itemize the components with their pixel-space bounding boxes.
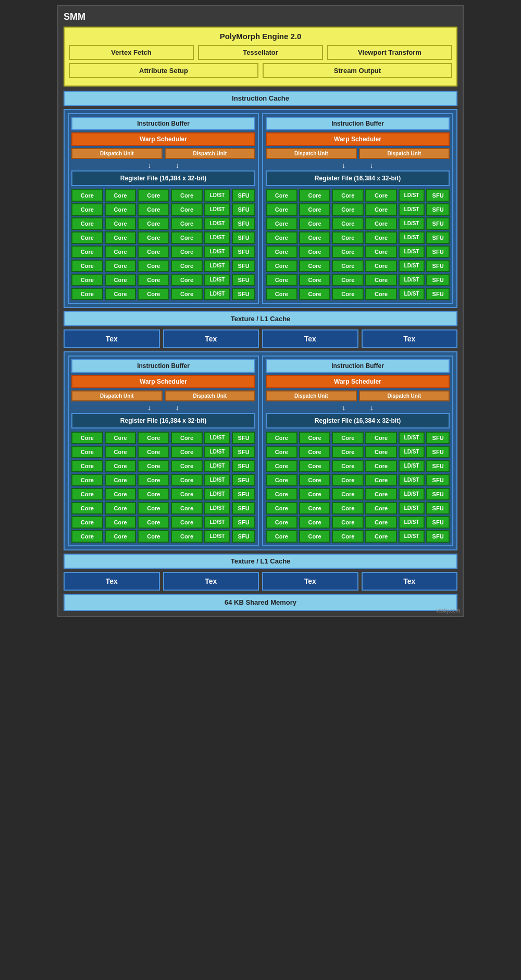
- sfu-cell: SFU: [426, 516, 450, 529]
- dispatch-row-1r: Dispatch Unit Dispatch Unit: [266, 148, 450, 159]
- core-cell: Core: [171, 516, 203, 529]
- ldst-cell: LD/ST: [204, 203, 230, 216]
- register-file-1l: Register File (16,384 x 32-bit): [71, 170, 255, 186]
- core-cell: Core: [299, 274, 331, 286]
- core-cell: Core: [299, 288, 331, 300]
- arrow-2r: ↓ ↓: [266, 403, 450, 412]
- core-cell: Core: [71, 474, 103, 486]
- core-cell: Core: [332, 516, 364, 529]
- viewport-transform-box: Viewport Transform: [327, 45, 452, 60]
- core-cell: Core: [299, 246, 331, 258]
- core-grid-2l: Core Core Core Core LD/ST SFU Core Core …: [71, 432, 255, 543]
- sfu-cell: SFU: [232, 288, 255, 300]
- core-cell: Core: [71, 516, 103, 529]
- core-cell: Core: [266, 488, 297, 500]
- core-cell: Core: [332, 217, 364, 230]
- core-cell: Core: [138, 217, 169, 230]
- core-cell: Core: [266, 231, 297, 244]
- core-cell: Core: [105, 474, 137, 486]
- core-cell: Core: [138, 189, 169, 202]
- register-file-2l: Register File (16,384 x 32-bit): [71, 413, 255, 428]
- core-cell: Core: [71, 530, 103, 543]
- dispatch-unit-2r-2: Dispatch Unit: [359, 390, 450, 401]
- core-cell: Core: [299, 217, 331, 230]
- dispatch-row-2r: Dispatch Unit Dispatch Unit: [266, 390, 450, 401]
- core-cell: Core: [266, 217, 297, 230]
- sfu-cell: SFU: [426, 460, 450, 472]
- core-row: Core Core Core Core LD/ST SFU: [266, 516, 450, 529]
- core-cell: Core: [299, 530, 331, 543]
- core-cell: Core: [266, 203, 297, 216]
- core-cell: Core: [138, 432, 169, 444]
- core-cell: Core: [171, 189, 203, 202]
- arrow-2l: ↓ ↓: [71, 403, 255, 412]
- core-cell: Core: [171, 432, 203, 444]
- register-file-2r: Register File (16,384 x 32-bit): [266, 413, 450, 428]
- sfu-cell: SFU: [232, 203, 255, 216]
- core-row: Core Core Core Core LD/ST SFU: [71, 260, 255, 272]
- core-cell: Core: [105, 460, 137, 472]
- core-cell: Core: [105, 530, 137, 543]
- core-cell: Core: [138, 446, 169, 458]
- sfu-cell: SFU: [426, 189, 450, 202]
- core-grid-1l: Core Core Core Core LD/ST SFU Core Core …: [71, 189, 255, 300]
- dispatch-unit-2r-1: Dispatch Unit: [266, 390, 357, 401]
- core-cell: Core: [138, 530, 169, 543]
- core-cell: Core: [266, 274, 297, 286]
- core-cell: Core: [71, 446, 103, 458]
- ldst-cell: LD/ST: [204, 432, 230, 444]
- core-cell: Core: [299, 203, 331, 216]
- core-row: Core Core Core Core LD/ST SFU: [71, 516, 255, 529]
- core-cell: Core: [332, 274, 364, 286]
- core-cell: Core: [71, 231, 103, 244]
- core-row: Core Core Core Core LD/ST SFU: [266, 432, 450, 444]
- sm-row-1: Instruction Buffer Warp Scheduler Dispat…: [68, 113, 453, 304]
- core-row: Core Core Core Core LD/ST SFU: [266, 502, 450, 514]
- ldst-cell: LD/ST: [204, 217, 230, 230]
- ldst-cell: LD/ST: [399, 260, 425, 272]
- core-cell: Core: [71, 502, 103, 514]
- core-row: Core Core Core Core LD/ST SFU: [71, 530, 255, 543]
- dispatch-unit-2l-2: Dispatch Unit: [165, 390, 256, 401]
- core-cell: Core: [105, 488, 137, 500]
- warp-scheduler-2l: Warp Scheduler: [71, 375, 255, 388]
- sfu-cell: SFU: [232, 460, 255, 472]
- core-cell: Core: [171, 246, 203, 258]
- instr-buffer-1r: Instruction Buffer: [266, 117, 450, 130]
- dispatch-unit-1l-1: Dispatch Unit: [71, 148, 163, 159]
- ldst-cell: LD/ST: [204, 502, 230, 514]
- core-row: Core Core Core Core LD/ST SFU: [266, 446, 450, 458]
- core-cell: Core: [71, 189, 103, 202]
- ldst-cell: LD/ST: [399, 274, 425, 286]
- core-row: Core Core Core Core LD/ST SFU: [71, 488, 255, 500]
- core-grid-2r: Core Core Core Core LD/ST SFU Core Core …: [266, 432, 450, 543]
- core-cell: Core: [332, 288, 364, 300]
- core-cell: Core: [365, 189, 397, 202]
- dispatch-unit-1l-2: Dispatch Unit: [165, 148, 256, 159]
- core-cell: Core: [105, 217, 137, 230]
- core-cell: Core: [365, 274, 397, 286]
- sfu-cell: SFU: [232, 217, 255, 230]
- core-cell: Core: [365, 502, 397, 514]
- core-row: Core Core Core Core LD/ST SFU: [266, 530, 450, 543]
- core-cell: Core: [171, 217, 203, 230]
- attribute-setup-box: Attribute Setup: [69, 63, 258, 78]
- core-cell: Core: [71, 288, 103, 300]
- core-row: Core Core Core Core LD/ST SFU: [71, 288, 255, 300]
- tessellator-box: Tessellator: [198, 45, 323, 60]
- core-cell: Core: [105, 189, 137, 202]
- sfu-cell: SFU: [232, 530, 255, 543]
- sm-block-1: Instruction Buffer Warp Scheduler Dispat…: [64, 109, 457, 308]
- core-row: Core Core Core Core LD/ST SFU: [266, 260, 450, 272]
- core-cell: Core: [138, 474, 169, 486]
- core-cell: Core: [266, 260, 297, 272]
- core-cell: Core: [332, 246, 364, 258]
- core-cell: Core: [266, 246, 297, 258]
- ldst-cell: LD/ST: [204, 516, 230, 529]
- watermark: vesky.com: [436, 608, 461, 614]
- ldst-cell: LD/ST: [204, 474, 230, 486]
- core-row: Core Core Core Core LD/ST SFU: [266, 274, 450, 286]
- core-cell: Core: [332, 260, 364, 272]
- polymorph-row1: Vertex Fetch Tessellator Viewport Transf…: [69, 45, 452, 60]
- core-cell: Core: [332, 189, 364, 202]
